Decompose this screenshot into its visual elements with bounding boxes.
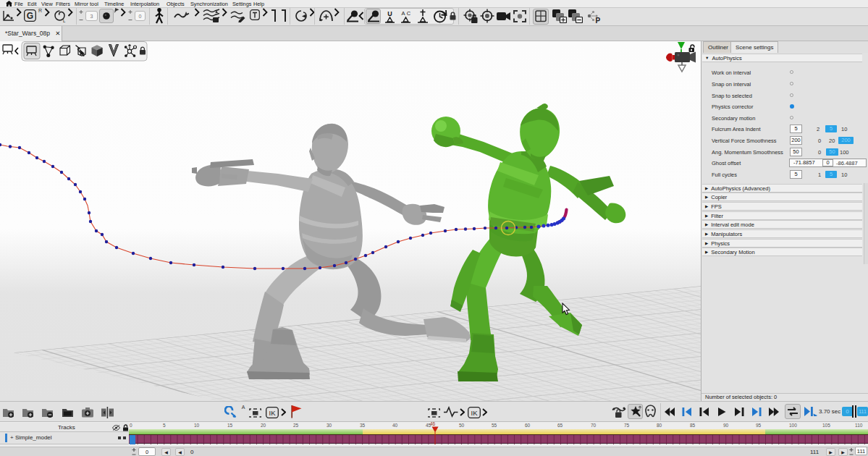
svg-text:U: U [387, 10, 392, 17]
svg-text:C: C [407, 10, 411, 17]
svg-text:A: A [242, 405, 245, 410]
svg-text:IK: IK [471, 409, 479, 417]
svg-text:A: A [401, 10, 405, 17]
svg-text:IK: IK [269, 409, 277, 417]
svg-text:G: G [27, 11, 33, 21]
svg-text:P: P [596, 17, 601, 24]
svg-text:L: L [63, 19, 66, 23]
svg-text:R: R [38, 8, 42, 13]
